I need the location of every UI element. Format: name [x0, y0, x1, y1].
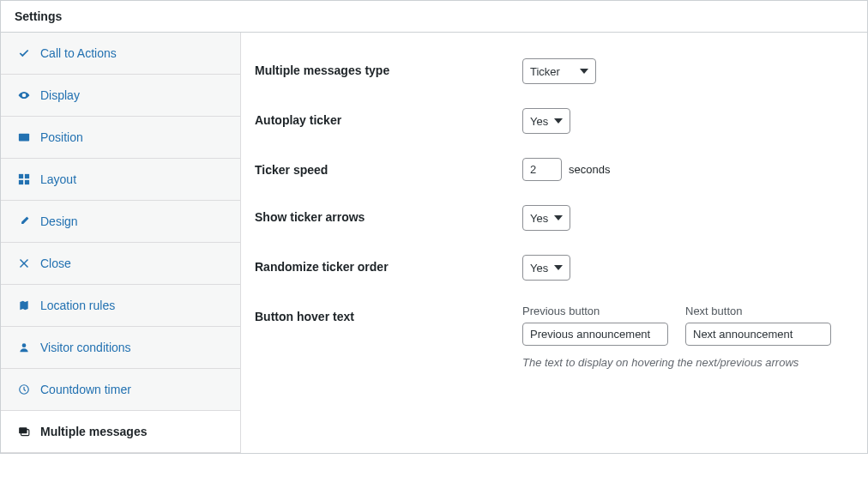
label-previous-button: Previous button	[522, 305, 668, 317]
sidebar-item-label: Close	[40, 257, 71, 270]
sidebar-item-label: Location rules	[40, 299, 115, 312]
label-ticker-speed: Ticker speed	[241, 158, 522, 177]
user-icon	[16, 341, 32, 353]
select-show-arrows[interactable]: Yes	[522, 205, 570, 231]
sidebar-item-label: Multiple messages	[40, 425, 148, 438]
settings-panel: Settings Call to Actions Display Positio	[0, 0, 868, 454]
label-show-arrows: Show ticker arrows	[241, 205, 522, 224]
select-messages-type[interactable]: Ticker	[522, 58, 596, 84]
check-icon	[16, 47, 32, 59]
layout-icon	[16, 173, 32, 185]
sidebar-item-call-to-actions[interactable]: Call to Actions	[1, 33, 240, 75]
select-randomize[interactable]: Yes	[522, 255, 570, 281]
settings-sidebar: Call to Actions Display Position Layout	[1, 33, 241, 453]
sidebar-item-label: Countdown timer	[40, 383, 131, 396]
row-messages-type: Multiple messages type Ticker	[241, 46, 867, 96]
sidebar-item-display[interactable]: Display	[1, 75, 240, 117]
position-icon	[16, 131, 32, 143]
panel-body: Call to Actions Display Position Layout	[1, 33, 867, 453]
label-messages-type: Multiple messages type	[241, 58, 522, 77]
sidebar-item-close[interactable]: Close	[1, 243, 240, 285]
sidebar-item-label: Visitor conditions	[40, 341, 131, 354]
sidebar-item-label: Call to Actions	[40, 46, 117, 60]
sidebar-item-multiple-messages[interactable]: Multiple messages	[1, 411, 240, 453]
sidebar-item-layout[interactable]: Layout	[1, 159, 240, 201]
row-autoplay: Autoplay ticker Yes	[241, 96, 867, 146]
svg-rect-4	[25, 174, 29, 178]
sidebar-item-countdown-timer[interactable]: Countdown timer	[1, 369, 240, 411]
svg-point-0	[23, 94, 25, 96]
label-autoplay: Autoplay ticker	[241, 108, 522, 127]
close-icon	[16, 258, 32, 269]
sidebar-item-label: Layout	[40, 172, 76, 186]
row-show-arrows: Show ticker arrows Yes	[241, 193, 867, 243]
sidebar-item-visitor-conditions[interactable]: Visitor conditions	[1, 327, 240, 369]
unit-seconds: seconds	[569, 163, 610, 176]
label-next-button: Next button	[685, 305, 831, 317]
map-icon	[16, 299, 32, 311]
row-ticker-speed: Ticker speed seconds	[241, 146, 867, 193]
brush-icon	[16, 215, 32, 227]
sidebar-item-location-rules[interactable]: Location rules	[1, 285, 240, 327]
svg-rect-3	[19, 174, 23, 178]
row-randomize: Randomize ticker order Yes	[241, 243, 867, 293]
sidebar-item-design[interactable]: Design	[1, 201, 240, 243]
hover-text-help: The text to display on hovering the next…	[522, 356, 867, 369]
input-previous-button[interactable]	[522, 323, 668, 346]
eye-icon	[16, 89, 32, 101]
sidebar-item-position[interactable]: Position	[1, 117, 240, 159]
label-randomize: Randomize ticker order	[241, 255, 522, 274]
sidebar-item-label: Design	[40, 214, 78, 228]
svg-rect-6	[25, 180, 29, 184]
svg-rect-11	[19, 427, 27, 433]
input-ticker-speed[interactable]	[522, 158, 562, 181]
svg-rect-5	[19, 180, 23, 184]
input-next-button[interactable]	[685, 323, 831, 346]
clock-icon	[16, 383, 32, 395]
label-hover-text: Button hover text	[241, 305, 522, 323]
svg-point-9	[22, 343, 27, 347]
panel-title: Settings	[15, 9, 62, 23]
sidebar-item-label: Display	[40, 88, 80, 102]
select-autoplay[interactable]: Yes	[522, 108, 570, 134]
row-hover-text: Button hover text Previous button Next b…	[241, 293, 867, 381]
settings-content: Multiple messages type Ticker Autoplay t…	[241, 33, 867, 453]
sidebar-item-label: Position	[40, 130, 83, 144]
panel-header: Settings	[1, 1, 867, 33]
messages-icon	[16, 426, 32, 438]
